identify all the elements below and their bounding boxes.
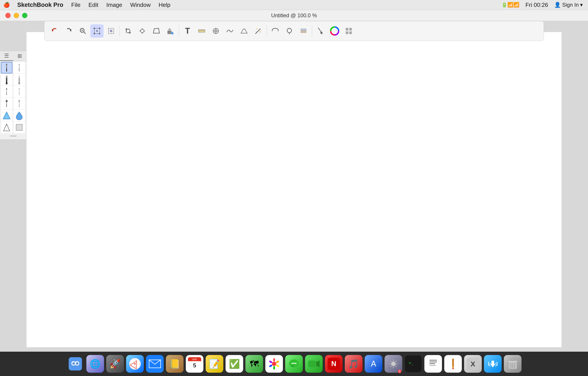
brush-grid: [0, 61, 26, 134]
distort-button[interactable]: [150, 24, 163, 38]
svg-rect-58: [346, 28, 348, 31]
svg-point-110: [391, 362, 396, 366]
brush-item-9[interactable]: [1, 110, 12, 121]
dock-siri[interactable]: 🌐: [86, 355, 104, 373]
brush-item-10[interactable]: [13, 110, 25, 121]
svg-rect-60: [346, 31, 348, 34]
stabilizer-button[interactable]: [223, 24, 237, 38]
brush-item-3[interactable]: [1, 74, 12, 85]
clock: Fri 00:26: [525, 1, 548, 8]
dock-reminders[interactable]: ✅: [226, 355, 243, 373]
dock-sysprefs[interactable]: 1: [385, 355, 402, 373]
close-button[interactable]: [5, 13, 10, 18]
svg-marker-106: [316, 361, 320, 367]
perspective-button[interactable]: [237, 24, 251, 38]
brush-item-11[interactable]: [1, 122, 12, 133]
crop-button[interactable]: [122, 24, 135, 38]
brush-item-8[interactable]: [13, 98, 25, 109]
svg-rect-48: [301, 31, 306, 33]
svg-marker-35: [241, 29, 247, 33]
select-box-button[interactable]: [105, 24, 118, 38]
fill-button[interactable]: [164, 24, 177, 38]
color-wheel-button[interactable]: [328, 24, 341, 38]
layers-button[interactable]: [297, 24, 310, 38]
redo-button[interactable]: [62, 24, 75, 38]
menu-file[interactable]: File: [67, 0, 84, 10]
ellipse-tool-button[interactable]: [269, 24, 282, 38]
dock-news[interactable]: N: [325, 355, 343, 373]
dock-finder[interactable]: [66, 355, 84, 373]
dock-calendar[interactable]: 5APR: [186, 355, 203, 373]
symmetry-button[interactable]: [209, 24, 222, 38]
dock-contacts[interactable]: 📒: [166, 355, 184, 373]
minimize-button[interactable]: [14, 13, 19, 18]
lasso-button[interactable]: [283, 24, 296, 38]
dock-notes[interactable]: 📝: [206, 355, 223, 373]
select-move-button[interactable]: [90, 24, 104, 38]
dock-sketch-x[interactable]: X: [464, 355, 482, 373]
zoom-button[interactable]: [76, 24, 89, 38]
apple-menu[interactable]: 🍎: [0, 2, 13, 8]
dock-terminal[interactable]: >_: [404, 355, 422, 373]
brush-grid-view-tab[interactable]: ⊞: [13, 51, 27, 61]
svg-rect-71: [16, 124, 22, 131]
app-name[interactable]: SketchBook Pro: [13, 0, 67, 10]
ruler-button[interactable]: [195, 24, 208, 38]
magic-wand-button[interactable]: [252, 24, 265, 38]
text-button[interactable]: T: [181, 24, 194, 38]
dock-airdrop[interactable]: [484, 355, 502, 373]
menu-window[interactable]: Window: [126, 0, 155, 10]
dock-trash[interactable]: [504, 355, 522, 373]
sign-in-button[interactable]: 👤 Sign In ▾: [554, 2, 583, 8]
brush-item-7[interactable]: [1, 98, 12, 109]
svg-rect-59: [349, 28, 352, 31]
brushes-button[interactable]: [314, 24, 327, 38]
svg-rect-66: [18, 76, 20, 78]
svg-point-9: [94, 33, 95, 34]
svg-rect-122: [430, 360, 437, 361]
dock-pencil[interactable]: [444, 355, 462, 373]
canvas-white[interactable]: [27, 32, 561, 347]
menu-edit[interactable]: Edit: [84, 0, 102, 10]
brush-item-12[interactable]: [13, 122, 25, 133]
brush-item-2[interactable]: [13, 62, 25, 73]
svg-rect-124: [430, 363, 435, 364]
svg-line-115: [390, 361, 392, 362]
svg-line-3: [84, 32, 85, 34]
svg-point-67: [18, 82, 20, 85]
dock-launchpad[interactable]: 🚀: [106, 355, 124, 373]
svg-rect-13: [110, 30, 112, 32]
brush-list-view-tab[interactable]: ☰: [0, 51, 13, 61]
dock-safari[interactable]: [126, 355, 144, 373]
canvas-area: [0, 21, 588, 354]
svg-point-44: [259, 33, 260, 34]
svg-rect-47: [301, 29, 306, 31]
dock-facetime[interactable]: [305, 355, 323, 373]
brush-item-4[interactable]: [13, 74, 25, 85]
divider-4: [312, 25, 312, 36]
svg-point-102: [292, 363, 293, 364]
dock-music[interactable]: 🎵: [345, 355, 362, 373]
svg-text:X: X: [471, 360, 475, 368]
layout-button[interactable]: [342, 24, 355, 38]
svg-line-116: [395, 365, 397, 367]
svg-point-78: [76, 363, 77, 363]
brush-item-5[interactable]: [1, 86, 12, 97]
transform-button[interactable]: [136, 24, 149, 38]
undo-button[interactable]: [48, 24, 61, 38]
dock-textedit[interactable]: [424, 355, 442, 373]
dock-photos[interactable]: [265, 355, 283, 373]
dock-messages[interactable]: [285, 355, 303, 373]
brush-item-1[interactable]: [1, 62, 12, 73]
menu-help[interactable]: Help: [155, 0, 174, 10]
svg-point-42: [260, 31, 261, 32]
dock-appstore[interactable]: A: [365, 355, 382, 373]
fullscreen-button[interactable]: [22, 13, 27, 18]
brush-item-6[interactable]: [13, 86, 25, 97]
dock-maps[interactable]: 🗺: [245, 355, 263, 373]
menu-image[interactable]: Image: [102, 0, 126, 10]
svg-line-117: [395, 361, 397, 362]
dock-mail[interactable]: [146, 355, 164, 373]
svg-marker-23: [153, 28, 159, 33]
svg-text:>_: >_: [409, 361, 413, 365]
